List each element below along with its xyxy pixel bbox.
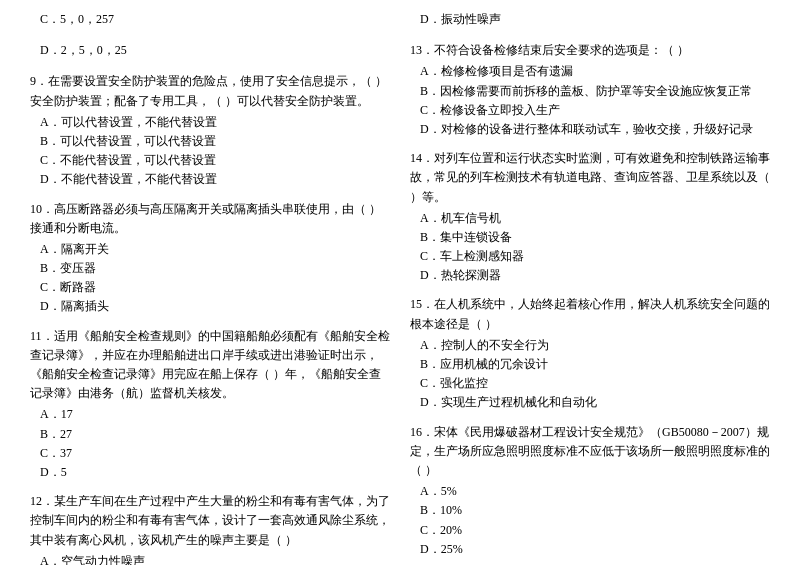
q15-option-b: B．应用机械的冗余设计 <box>410 355 770 374</box>
d-option-text: D．2，5，0，25 <box>30 41 390 60</box>
q13-option-b: B．因检修需要而前拆移的盖板、防护罩等安全设施应恢复正常 <box>410 82 770 101</box>
q16-option-d: D．25% <box>410 540 770 559</box>
question-11: 11．适用《船舶安全检查规则》的中国籍船舶必须配有《船舶安全检查记录簿》，并应在… <box>30 327 390 483</box>
q11-option-d: D．5 <box>30 463 390 482</box>
q13-option-a: A．检修检修项目是否有遗漏 <box>410 62 770 81</box>
q11-option-b: B．27 <box>30 425 390 444</box>
question-16: 16．宋体《民用爆破器材工程设计安全规范》（GB50080－2007）规定，生产… <box>410 423 770 559</box>
q9-option-a: A．可以代替设置，不能代替设置 <box>30 113 390 132</box>
question-14: 14．对列车位置和运行状态实时监测，可有效避免和控制铁路运输事故，常见的列车检测… <box>410 149 770 285</box>
q14-option-d: D．热轮探测器 <box>410 266 770 285</box>
q10-option-b: B．变压器 <box>30 259 390 278</box>
q14-text: 14．对列车位置和运行状态实时监测，可有效避免和控制铁路运输事故，常见的列车检测… <box>410 149 770 207</box>
page-content: C．5，0，257 D．2，5，0，25 9．在需要设置安全防护装置的危险点，使… <box>30 10 770 565</box>
q12-option-a: A．空气动力性噪声 <box>30 552 390 565</box>
q9-option-b: B．可以代替设置，可以代替设置 <box>30 132 390 151</box>
question-9: 9．在需要设置安全防护装置的危险点，使用了安全信息提示，（ ）安全防护装置；配备… <box>30 72 390 189</box>
q10-option-c: C．断路器 <box>30 278 390 297</box>
q13-option-c: C．检修设备立即投入生产 <box>410 101 770 120</box>
question-13: 13．不符合设备检修结束后安全要求的选项是：（ ） A．检修检修项目是否有遗漏 … <box>410 41 770 139</box>
q13-option-d: D．对检修的设备进行整体和联动试车，验收交接，升级好记录 <box>410 120 770 139</box>
q-d-option: D．2，5，0，25 <box>30 41 390 62</box>
c-option-text: C．5，0，257 <box>30 10 390 29</box>
q15-text: 15．在人机系统中，人始终起着核心作用，解决人机系统安全问题的根本途径是（ ） <box>410 295 770 333</box>
q14-option-b: B．集中连锁设备 <box>410 228 770 247</box>
q9-option-d: D．不能代替设置，不能代替设置 <box>30 170 390 189</box>
q10-text: 10．高压断路器必须与高压隔离开关或隔离插头串联使用，由（ ）接通和分断电流。 <box>30 200 390 238</box>
q10-option-a: A．隔离开关 <box>30 240 390 259</box>
q16-option-c: C．20% <box>410 521 770 540</box>
q15-option-d: D．实现生产过程机械化和自动化 <box>410 393 770 412</box>
q15-option-a: A．控制人的不安全行为 <box>410 336 770 355</box>
q9-option-c: C．不能代替设置，可以代替设置 <box>30 151 390 170</box>
q13-text: 13．不符合设备检修结束后安全要求的选项是：（ ） <box>410 41 770 60</box>
q15-option-c: C．强化监控 <box>410 374 770 393</box>
question-10: 10．高压断路器必须与高压隔离开关或隔离插头串联使用，由（ ）接通和分断电流。 … <box>30 200 390 317</box>
q12-d-option: D．振动性噪声 <box>410 10 770 31</box>
q16-option-a: A．5% <box>410 482 770 501</box>
q16-text: 16．宋体《民用爆破器材工程设计安全规范》（GB50080－2007）规定，生产… <box>410 423 770 481</box>
right-column: D．振动性噪声 13．不符合设备检修结束后安全要求的选项是：（ ） A．检修检修… <box>410 10 770 565</box>
q11-text: 11．适用《船舶安全检查规则》的中国籍船舶必须配有《船舶安全检查记录簿》，并应在… <box>30 327 390 404</box>
q10-option-d: D．隔离插头 <box>30 297 390 316</box>
q12-text: 12．某生产车间在生产过程中产生大量的粉尘和有毒有害气体，为了控制车间内的粉尘和… <box>30 492 390 550</box>
q11-option-a: A．17 <box>30 405 390 424</box>
q14-option-c: C．车上检测感知器 <box>410 247 770 266</box>
question-12: 12．某生产车间在生产过程中产生大量的粉尘和有毒有害气体，为了控制车间内的粉尘和… <box>30 492 390 565</box>
q12d-text: D．振动性噪声 <box>410 10 770 29</box>
q14-option-a: A．机车信号机 <box>410 209 770 228</box>
q9-text: 9．在需要设置安全防护装置的危险点，使用了安全信息提示，（ ）安全防护装置；配备… <box>30 72 390 110</box>
q-c-option: C．5，0，257 <box>30 10 390 31</box>
question-15: 15．在人机系统中，人始终起着核心作用，解决人机系统安全问题的根本途径是（ ） … <box>410 295 770 412</box>
q11-option-c: C．37 <box>30 444 390 463</box>
q16-option-b: B．10% <box>410 501 770 520</box>
left-column: C．5，0，257 D．2，5，0，25 9．在需要设置安全防护装置的危险点，使… <box>30 10 390 565</box>
